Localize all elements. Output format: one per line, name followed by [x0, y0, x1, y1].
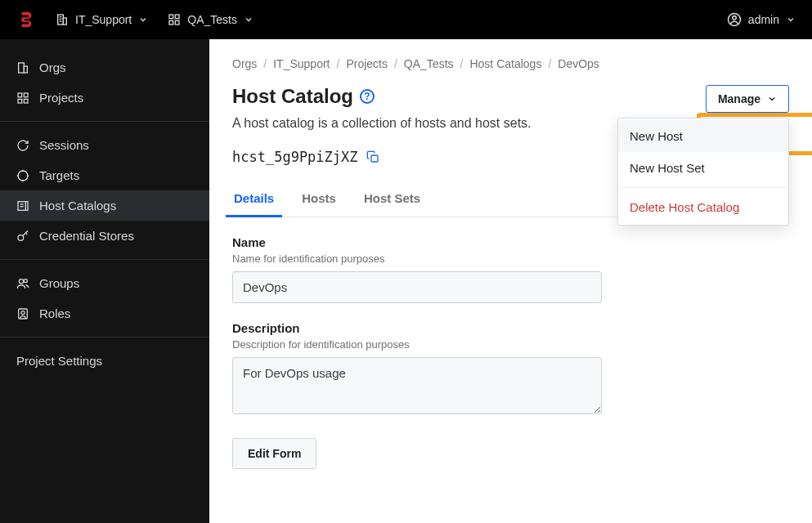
breadcrumb: Orgs/ IT_Support/ Projects/ QA_Tests/ Ho… — [232, 57, 789, 70]
svg-rect-30 — [371, 155, 378, 162]
sidebar-item-host-catalogs[interactable]: Host Catalogs — [0, 190, 209, 221]
org-name: IT_Support — [75, 13, 132, 26]
svg-rect-15 — [18, 99, 22, 103]
svg-point-10 — [733, 16, 737, 20]
svg-rect-6 — [176, 15, 180, 19]
field-help: Description for identification purposes — [232, 338, 602, 351]
breadcrumb-sep: / — [263, 57, 267, 70]
sidebar-item-label: Projects — [39, 91, 83, 105]
svg-rect-5 — [169, 15, 173, 19]
svg-rect-16 — [24, 99, 28, 103]
app-logo[interactable] — [16, 10, 36, 29]
sidebar-item-label: Orgs — [39, 60, 66, 74]
menu-item-new-host-set[interactable]: New Host Set — [618, 152, 788, 184]
sidebar-item-orgs[interactable]: Orgs — [0, 52, 209, 83]
sidebar-item-groups[interactable]: Groups — [0, 268, 209, 298]
field-name: Name Name for identification purposes — [232, 235, 602, 303]
users-icon — [16, 277, 29, 290]
crumb-orgs[interactable]: Orgs — [232, 57, 257, 70]
crumb-host-catalogs[interactable]: Host Catalogs — [469, 57, 541, 70]
refresh-icon — [16, 139, 29, 152]
divider — [618, 187, 788, 188]
building-icon — [16, 61, 29, 74]
resource-id: hcst_5g9PpiZjXZ — [232, 149, 358, 165]
sidebar-item-targets[interactable]: Targets — [0, 160, 209, 190]
target-icon — [16, 169, 29, 182]
org-switcher[interactable]: IT_Support — [56, 13, 148, 26]
page-subtitle: A host catalog is a collection of hosts … — [232, 116, 532, 131]
grid-icon — [168, 13, 181, 26]
sidebar-item-label: Roles — [39, 306, 70, 320]
svg-point-17 — [18, 171, 28, 181]
breadcrumb-sep: / — [394, 57, 397, 70]
name-input[interactable] — [232, 271, 602, 303]
user-name: admin — [748, 13, 779, 26]
id-badge-icon — [16, 307, 29, 320]
chevron-down-icon — [244, 15, 253, 25]
sidebar-item-credential-stores[interactable]: Credential Stores — [0, 221, 209, 251]
breadcrumb-sep: / — [548, 57, 551, 70]
svg-rect-7 — [169, 20, 173, 25]
page-title: Host Catalog ? — [232, 85, 532, 108]
topbar: IT_Support QA_Tests admin — [0, 0, 812, 39]
field-label: Description — [232, 321, 602, 335]
crumb-org[interactable]: IT_Support — [273, 57, 330, 70]
divider — [0, 121, 209, 122]
manage-button[interactable]: Manage — [706, 85, 789, 113]
user-circle-icon — [727, 12, 742, 27]
tab-host-sets[interactable]: Host Sets — [362, 183, 422, 217]
sidebar-item-roles[interactable]: Roles — [0, 298, 209, 329]
sidebar-item-project-settings[interactable]: Project Settings — [0, 346, 209, 376]
menu-item-delete-host-catalog[interactable]: Delete Host Catalog — [618, 191, 788, 223]
key-icon — [16, 230, 29, 243]
manage-dropdown: New Host New Host Set Delete Host Catalo… — [617, 118, 789, 226]
crumb-current: DevOps — [558, 57, 599, 70]
chevron-down-icon — [138, 15, 148, 25]
divider — [0, 337, 209, 337]
sidebar-item-label: Targets — [39, 168, 79, 182]
svg-rect-13 — [18, 93, 22, 97]
svg-rect-12 — [24, 66, 27, 73]
breadcrumb-sep: / — [460, 57, 464, 70]
copy-icon[interactable] — [366, 150, 379, 163]
crumb-projects[interactable]: Projects — [346, 57, 388, 70]
sidebar-item-label: Project Settings — [16, 354, 102, 368]
svg-point-27 — [24, 279, 27, 282]
chevron-down-icon — [767, 94, 777, 104]
menu-item-new-host[interactable]: New Host — [618, 120, 788, 152]
svg-point-26 — [19, 279, 23, 283]
svg-rect-8 — [176, 20, 180, 25]
crumb-project[interactable]: QA_Tests — [404, 57, 454, 70]
sidebar: Orgs Projects Sessions Targets Host Cat — [0, 39, 209, 523]
sidebar-item-sessions[interactable]: Sessions — [0, 130, 209, 160]
catalog-icon — [16, 199, 29, 212]
project-name: QA_Tests — [187, 13, 237, 26]
svg-rect-11 — [19, 63, 25, 73]
help-icon[interactable]: ? — [360, 89, 375, 104]
field-label: Name — [232, 235, 602, 249]
svg-point-29 — [21, 311, 25, 314]
sidebar-item-label: Credential Stores — [39, 229, 134, 243]
chevron-down-icon — [786, 15, 796, 25]
tab-details[interactable]: Details — [232, 183, 276, 217]
user-menu[interactable]: admin — [727, 12, 796, 27]
divider — [0, 259, 209, 260]
description-input[interactable] — [232, 357, 602, 414]
building-icon — [56, 13, 69, 26]
field-description: Description Description for identificati… — [232, 321, 602, 417]
main-content: Orgs/ IT_Support/ Projects/ QA_Tests/ Ho… — [209, 39, 812, 523]
manage-button-label: Manage — [718, 92, 760, 105]
field-help: Name for identification purposes — [232, 253, 602, 265]
tab-hosts[interactable]: Hosts — [300, 183, 338, 217]
page-title-text: Host Catalog — [232, 85, 353, 108]
svg-rect-1 — [63, 18, 66, 25]
project-switcher[interactable]: QA_Tests — [168, 13, 253, 26]
sidebar-item-label: Sessions — [39, 138, 89, 152]
breadcrumb-sep: / — [337, 57, 340, 70]
edit-form-button[interactable]: Edit Form — [232, 438, 316, 469]
svg-rect-14 — [24, 93, 28, 97]
sidebar-item-label: Host Catalogs — [39, 199, 116, 212]
grid-icon — [16, 92, 29, 105]
sidebar-item-projects[interactable]: Projects — [0, 83, 209, 113]
sidebar-item-label: Groups — [39, 276, 79, 290]
